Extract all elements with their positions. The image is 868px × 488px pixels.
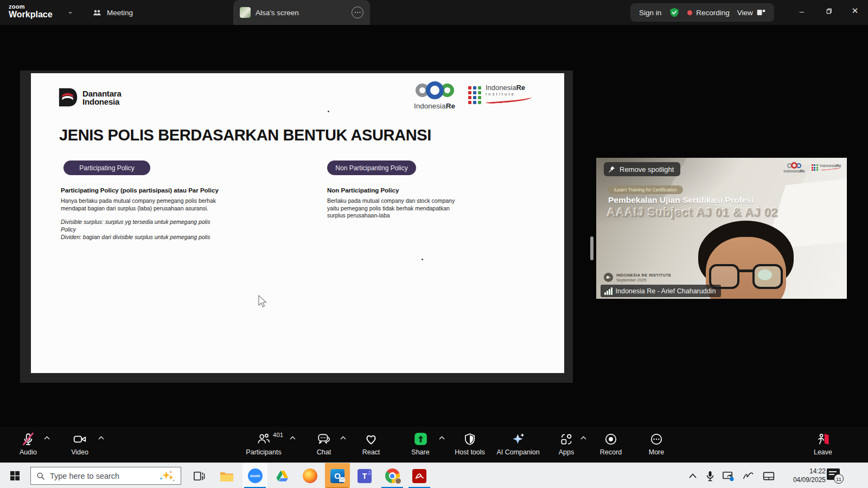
host-tools-button[interactable]: Host tools — [446, 432, 494, 456]
left-heading: Participating Policy (polis partisipasi)… — [61, 187, 225, 194]
institute-swoosh-icon — [486, 95, 532, 104]
tray-hidden-icons-chevron[interactable] — [685, 463, 701, 488]
left-body: Hanya berlaku pada mutual company pemega… — [61, 197, 225, 212]
indonesiare-institute-logo: IndonesiaRe Institute — [468, 84, 532, 105]
tab-options-ellipsis-icon[interactable]: ⋯ — [352, 7, 363, 18]
slide-title: JENIS POLIS BERDASARKAN BENTUK ASURANSI — [59, 126, 431, 144]
ai-companion-label: AI Companion — [494, 448, 542, 456]
non-participating-policy-text: Non Participating Policy Berlaku pada mu… — [327, 187, 464, 220]
taskbar-icon-firefox[interactable] — [297, 463, 322, 488]
close-button[interactable]: ✕ — [843, 0, 867, 22]
audio-options-chevron[interactable] — [44, 436, 50, 440]
tray-screen-share-icon[interactable] — [720, 463, 736, 488]
view-button[interactable]: View — [737, 9, 765, 17]
notification-center-button[interactable]: 11 — [827, 468, 845, 484]
tab-meeting[interactable]: Meeting — [92, 0, 133, 25]
minimize-button[interactable]: – — [789, 0, 814, 22]
spotlight-video-tile[interactable]: Remove spotlight IndonesiaRe IndonesiaRe — [596, 158, 847, 299]
participants-label: Participants — [240, 448, 288, 456]
video-options-chevron[interactable] — [98, 436, 104, 440]
apps-icon — [559, 432, 573, 446]
chat-options-chevron[interactable] — [340, 436, 346, 440]
recording-indicator[interactable]: Recording — [687, 9, 730, 17]
taskbar-icon-outlook[interactable]: O — [325, 463, 350, 488]
mini-indonesiare-label-bold: Re — [800, 169, 805, 173]
teams-icon: T — [358, 469, 372, 483]
react-label: React — [347, 448, 395, 456]
tab-meeting-label: Meeting — [107, 9, 133, 17]
more-label: More — [633, 448, 680, 456]
remove-spotlight-button[interactable]: Remove spotlight — [604, 162, 680, 176]
firefox-icon — [303, 468, 317, 483]
leave-label: Leave — [799, 448, 847, 456]
taskbar-icon-task-view[interactable] — [187, 463, 212, 488]
taskbar-icon-chrome[interactable] — [380, 463, 405, 488]
tray-pen-icon[interactable] — [740, 463, 756, 488]
sign-in-button[interactable]: Sign in — [639, 9, 661, 17]
zoom-workplace-window: zoom Workplace ⌄ Meeting Alsa's screen ⋯… — [0, 0, 868, 488]
shared-screen-area: Danantara Indonesia IndonesiaRe — [20, 70, 573, 383]
taskbar-icon-file-explorer[interactable] — [214, 463, 239, 488]
record-label: Record — [587, 448, 635, 456]
video-camera-icon — [73, 432, 87, 446]
clock-time: 14:22 — [779, 467, 826, 476]
react-button[interactable]: React — [347, 432, 395, 456]
heart-react-icon — [364, 432, 378, 446]
more-button[interactable]: More — [633, 432, 680, 456]
danantara-logo-icon — [58, 87, 78, 107]
right-body: Berlaku pada mutual company dan stock co… — [327, 197, 464, 220]
participating-policy-text: Participating Policy (polis partisipasi)… — [61, 187, 225, 241]
ai-companion-sparkle-icon — [511, 432, 526, 446]
chevron-down-icon[interactable]: ⌄ — [67, 7, 73, 15]
ai-companion-button[interactable]: AI Companion — [494, 432, 542, 456]
taskbar-icon-teams[interactable]: T — [352, 463, 377, 488]
meeting-status-pill: Sign in Recording View — [630, 3, 774, 22]
danantara-logo: Danantara Indonesia — [58, 87, 122, 107]
taskbar-icon-google-drive[interactable] — [270, 463, 295, 488]
participants-options-chevron[interactable] — [290, 436, 296, 440]
video-watermark: INDONESIA RE INSTITUTE September 2025 — [604, 273, 671, 282]
taskbar-icon-acrobat[interactable] — [407, 463, 432, 488]
video-slide-subtitle: AAAIJ Subject AJ 01 & AJ 02 — [607, 206, 778, 220]
mini-indonesiare-label: Indonesia — [783, 169, 800, 173]
participants-icon — [257, 432, 271, 446]
taskbar-search[interactable] — [30, 467, 181, 485]
taskbar-icon-zoom[interactable]: zoom — [242, 463, 267, 488]
maximize-button[interactable] — [816, 0, 841, 22]
share-button[interactable]: Share — [397, 432, 444, 456]
microphone-muted-icon — [21, 432, 35, 446]
taskbar-clock[interactable]: 14:22 04/09/2025 — [779, 467, 826, 484]
record-icon — [604, 432, 618, 446]
copilot-sparkle-icon — [159, 470, 175, 482]
meeting-icon — [92, 8, 102, 17]
apps-button[interactable]: Apps — [542, 432, 590, 456]
tray-touchpad-icon[interactable] — [761, 463, 777, 488]
audio-button[interactable]: Audio — [4, 432, 52, 456]
chat-button[interactable]: Chat — [300, 432, 348, 456]
left-note-2: Dividen: bagian dari divisible surplus u… — [61, 234, 225, 241]
apps-options-chevron[interactable] — [580, 436, 586, 440]
view-layout-icon — [757, 9, 765, 16]
tab-shared-screen-label: Alsa's screen — [256, 9, 299, 17]
tray-microphone-icon[interactable] — [702, 463, 718, 488]
mini-institute-logo: IndonesiaRe — [812, 164, 842, 171]
participants-count: 401 — [273, 432, 283, 438]
slide-dot-mark — [328, 111, 329, 112]
share-screen-icon — [413, 432, 428, 446]
start-button[interactable] — [3, 463, 26, 488]
apps-label: Apps — [542, 448, 590, 456]
record-button[interactable]: Record — [587, 432, 635, 456]
right-heading: Non Participating Policy — [327, 187, 464, 194]
encryption-shield-icon[interactable] — [669, 7, 680, 18]
share-options-chevron[interactable] — [439, 436, 445, 440]
search-input[interactable] — [50, 472, 154, 480]
video-button[interactable]: Video — [56, 432, 104, 456]
tab-shared-screen[interactable]: Alsa's screen ⋯ — [233, 0, 370, 25]
audio-label: Audio — [4, 448, 52, 456]
search-icon — [36, 472, 45, 480]
panel-resize-handle[interactable] — [590, 236, 593, 260]
recording-label: Recording — [696, 9, 730, 17]
zoom-workplace-logo: zoom Workplace — [9, 3, 53, 20]
leave-button[interactable]: Leave — [799, 432, 847, 456]
participant-name-label: Indonesia Re - Arief Chaharuddin — [601, 285, 721, 297]
